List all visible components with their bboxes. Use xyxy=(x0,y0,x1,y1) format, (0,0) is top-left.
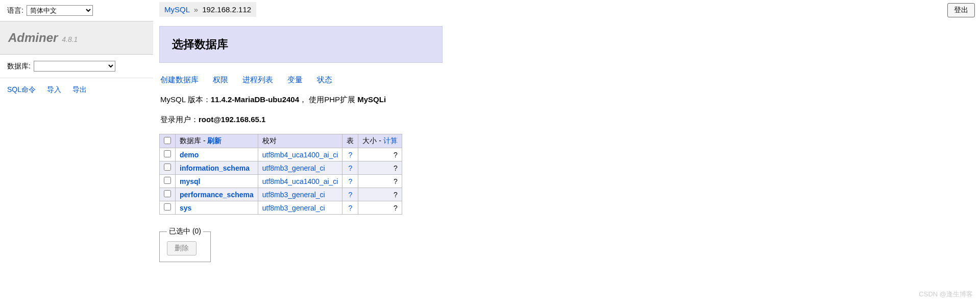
variables-link[interactable]: 变量 xyxy=(287,75,303,85)
row-checkbox-cell xyxy=(160,201,176,215)
compute-link[interactable]: 计算 xyxy=(383,136,398,145)
th-tables: 表 xyxy=(342,134,358,148)
row-checkbox[interactable] xyxy=(164,164,171,171)
language-row: 语言: 简体中文 xyxy=(0,0,153,21)
logo-version: 4.8.1 xyxy=(62,35,78,43)
table-row: sysutf8mb3_general_ci?? xyxy=(160,201,402,215)
delete-button[interactable]: 删除 xyxy=(167,241,197,255)
export-link[interactable]: 导出 xyxy=(72,85,87,95)
selected-fieldset: 已选中 (0) 删除 xyxy=(159,227,211,262)
row-checkbox-cell xyxy=(160,148,176,161)
create-database-link[interactable]: 创建数据库 xyxy=(160,75,199,85)
language-label: 语言: xyxy=(7,6,23,15)
logo-bar: Adminer 4.8.1 xyxy=(0,21,153,55)
th-collation: 校对 xyxy=(258,134,342,148)
table-row: demoutf8mb4_uca1400_ai_ci?? xyxy=(160,148,402,161)
row-checkbox[interactable] xyxy=(164,177,171,184)
db-name-link[interactable]: demo xyxy=(180,151,199,159)
php-extension: MySQLi xyxy=(357,95,386,104)
collation-link[interactable]: utf8mb4_uca1400_ai_ci xyxy=(262,151,338,159)
watermark: CSDN @逢生博客 xyxy=(919,290,973,299)
mysql-version: 11.4.2-MariaDB-ubu2404 xyxy=(211,95,299,104)
main-content: MySQL » 192.168.2.112 选择数据库 创建数据库 权限 进程列… xyxy=(153,0,980,303)
tables-count-link[interactable]: ? xyxy=(349,151,353,159)
status-link[interactable]: 状态 xyxy=(317,75,332,85)
breadcrumb: MySQL » 192.168.2.112 xyxy=(159,2,256,17)
row-tables-cell: ? xyxy=(342,175,358,188)
db-name-link[interactable]: information_schema xyxy=(180,164,250,172)
row-checkbox[interactable] xyxy=(164,190,171,197)
sidebar: 语言: 简体中文 Adminer 4.8.1 数据库: SQL命令 导入 导出 xyxy=(0,0,153,303)
processlist-link[interactable]: 进程列表 xyxy=(242,75,273,85)
row-size-cell: ? xyxy=(358,161,402,175)
row-size-cell: ? xyxy=(358,201,402,215)
refresh-link[interactable]: 刷新 xyxy=(207,136,222,145)
row-collation-cell: utf8mb3_general_ci xyxy=(258,201,342,215)
row-db-name-cell: information_schema xyxy=(176,161,258,175)
logged-user: root@192.168.65.1 xyxy=(199,115,265,124)
th-checkbox xyxy=(160,134,176,148)
tables-count-link[interactable]: ? xyxy=(349,191,353,199)
row-tables-cell: ? xyxy=(342,161,358,175)
row-db-name-cell: sys xyxy=(176,201,258,215)
collation-link[interactable]: utf8mb3_general_ci xyxy=(262,204,325,212)
tables-count-link[interactable]: ? xyxy=(349,164,353,172)
row-size-cell: ? xyxy=(358,148,402,161)
database-label: 数据库: xyxy=(7,62,31,71)
row-db-name-cell: mysql xyxy=(176,175,258,188)
breadcrumb-driver[interactable]: MySQL xyxy=(164,5,189,14)
import-link[interactable]: 导入 xyxy=(47,85,61,95)
collation-link[interactable]: utf8mb3_general_ci xyxy=(262,164,325,172)
sidebar-links: SQL命令 导入 导出 xyxy=(0,78,153,102)
database-table-body: demoutf8mb4_uca1400_ai_ci??information_s… xyxy=(160,148,402,215)
row-tables-cell: ? xyxy=(342,148,358,161)
row-checkbox-cell xyxy=(160,188,176,201)
row-checkbox-cell xyxy=(160,161,176,175)
collation-link[interactable]: utf8mb4_uca1400_ai_ci xyxy=(262,177,338,185)
row-size-cell: ? xyxy=(358,188,402,201)
row-tables-cell: ? xyxy=(342,188,358,201)
user-line: 登录用户：root@192.168.65.1 xyxy=(159,115,976,125)
tables-count-link[interactable]: ? xyxy=(349,177,353,185)
th-size: 大小 - 计算 xyxy=(358,134,402,148)
row-size-cell: ? xyxy=(358,175,402,188)
page-title: 选择数据库 xyxy=(172,37,430,52)
page-title-wrap: 选择数据库 xyxy=(159,26,443,63)
db-name-link[interactable]: performance_schema xyxy=(180,191,254,199)
database-table: 数据库 - 刷新 校对 表 大小 - 计算 demoutf8mb4_uca140… xyxy=(159,134,402,215)
logo-name: Adminer xyxy=(8,31,58,44)
row-collation-cell: utf8mb4_uca1400_ai_ci xyxy=(258,148,342,161)
privileges-link[interactable]: 权限 xyxy=(213,75,228,85)
table-row: information_schemautf8mb3_general_ci?? xyxy=(160,161,402,175)
row-checkbox-cell xyxy=(160,175,176,188)
row-db-name-cell: performance_schema xyxy=(176,188,258,201)
breadcrumb-host: 192.168.2.112 xyxy=(202,5,251,14)
table-row: performance_schemautf8mb3_general_ci?? xyxy=(160,188,402,201)
selected-legend: 已选中 (0) xyxy=(167,227,203,236)
database-row: 数据库: xyxy=(0,55,153,78)
row-collation-cell: utf8mb3_general_ci xyxy=(258,161,342,175)
row-collation-cell: utf8mb3_general_ci xyxy=(258,188,342,201)
language-select[interactable]: 简体中文 xyxy=(27,5,93,16)
row-checkbox[interactable] xyxy=(164,150,171,157)
db-name-link[interactable]: mysql xyxy=(180,177,200,185)
logout-button[interactable]: 登出 xyxy=(947,3,975,17)
row-checkbox[interactable] xyxy=(164,203,171,211)
row-db-name-cell: demo xyxy=(176,148,258,161)
version-line: MySQL 版本：11.4.2-MariaDB-ubu2404， 使用PHP扩展… xyxy=(159,95,976,105)
breadcrumb-sep: » xyxy=(194,5,198,14)
select-all-checkbox[interactable] xyxy=(164,137,171,144)
action-links: 创建数据库 权限 进程列表 变量 状态 xyxy=(159,75,976,85)
collation-link[interactable]: utf8mb3_general_ci xyxy=(262,191,325,199)
tables-count-link[interactable]: ? xyxy=(349,204,353,212)
row-collation-cell: utf8mb4_uca1400_ai_ci xyxy=(258,175,342,188)
th-database: 数据库 - 刷新 xyxy=(176,134,258,148)
database-select[interactable] xyxy=(34,61,115,72)
db-name-link[interactable]: sys xyxy=(180,204,191,212)
table-row: mysqlutf8mb4_uca1400_ai_ci?? xyxy=(160,175,402,188)
row-tables-cell: ? xyxy=(342,201,358,215)
sql-command-link[interactable]: SQL命令 xyxy=(7,85,36,95)
